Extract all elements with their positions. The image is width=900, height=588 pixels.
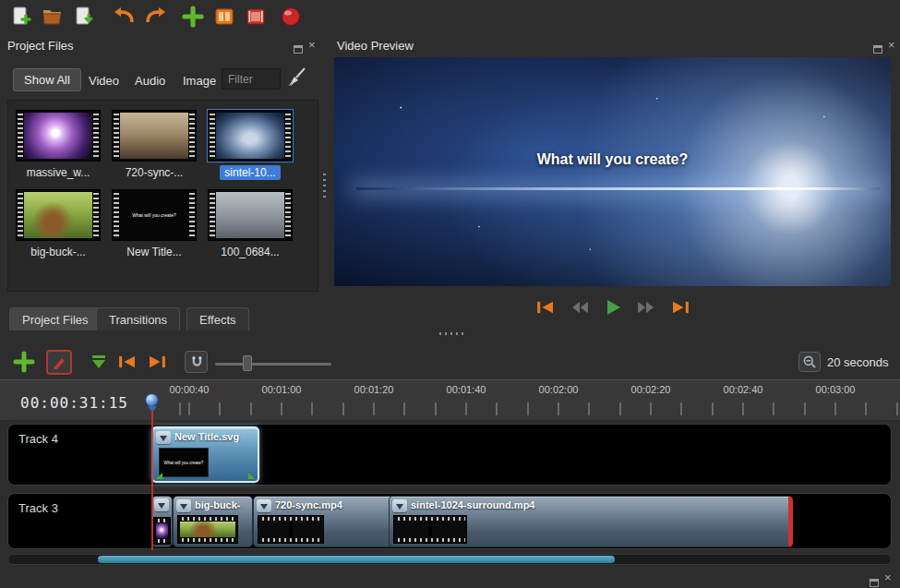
- file-thumbnail: [16, 110, 101, 162]
- ruler-mark: 00:02:00: [539, 384, 579, 395]
- video-filter-button[interactable]: Video: [83, 69, 125, 92]
- keyframe-mark: [156, 473, 162, 479]
- ruler-mark: 00:01:20: [354, 384, 394, 395]
- rewind-button[interactable]: [569, 300, 591, 315]
- timeline-float-icon[interactable]: [870, 574, 879, 588]
- tab-project-files[interactable]: Project Files: [9, 307, 102, 330]
- file-label: massive_w...: [22, 165, 95, 180]
- clear-filter-broom-icon[interactable]: [286, 66, 308, 89]
- clip-label: 720-sync.mp4: [275, 499, 391, 510]
- panel-float-icon[interactable]: [294, 41, 303, 57]
- zoom-slider-handle[interactable]: [243, 355, 252, 371]
- timeline-close-icon[interactable]: ×: [884, 573, 892, 582]
- zoom-level-label: 20 seconds: [827, 355, 889, 369]
- clip-menu-chevron-icon[interactable]: [257, 499, 271, 512]
- panel-splitter-handle[interactable]: [323, 174, 326, 199]
- file-label: 100_0684...: [216, 245, 283, 259]
- file-label: 720-sync-...: [121, 165, 188, 180]
- timeline-scrollbar-thumb[interactable]: [98, 556, 615, 563]
- save-project-icon[interactable]: [72, 5, 96, 29]
- video-preview-display: What will you create?: [334, 57, 891, 286]
- project-file-item[interactable]: 720-sync-...: [108, 110, 200, 180]
- zoom-slider-track[interactable]: [215, 363, 331, 366]
- file-thumbnail: [16, 189, 101, 241]
- record-icon[interactable]: [279, 5, 303, 29]
- add-track-icon[interactable]: [13, 351, 35, 373]
- import-files-icon[interactable]: [181, 5, 205, 29]
- add-marker-icon[interactable]: [90, 354, 108, 370]
- playhead-line[interactable]: [151, 410, 153, 550]
- jump-to-start-button[interactable]: [535, 300, 556, 315]
- title-thumb-text: What will you create?: [132, 212, 176, 218]
- track-3: Track 3 m big-buck- 720-sync.mp4 sintel-…: [7, 493, 892, 549]
- file-label: big-buck-...: [26, 245, 90, 259]
- timeline-jump-start-icon[interactable]: [117, 354, 138, 369]
- clip-menu-chevron-icon[interactable]: [176, 499, 191, 512]
- clip-thumbnail: [153, 517, 171, 545]
- clip-menu-chevron-icon[interactable]: [392, 499, 407, 512]
- track-name: Track 4: [18, 432, 58, 446]
- ruler-mark: 00:00:40: [170, 384, 210, 395]
- project-file-item[interactable]: massive_w...: [12, 110, 104, 180]
- zoom-scale-button[interactable]: [798, 352, 821, 372]
- show-all-button[interactable]: Show All: [13, 68, 81, 91]
- open-project-icon[interactable]: [41, 5, 65, 29]
- ruler-mark: 00:02:20: [631, 384, 671, 395]
- timeline-splitter-handle[interactable]: [439, 332, 465, 335]
- panel-close-icon[interactable]: ×: [888, 41, 895, 50]
- project-files-panel: Project Files × Show All Video Audio Ima…: [0, 37, 325, 332]
- timeline-ruler[interactable]: 00:00:31:15 00:00:40 00:01:00 00:01:20 0…: [0, 379, 900, 421]
- file-label: New Title...: [122, 245, 186, 259]
- export-video-icon[interactable]: [244, 5, 268, 29]
- project-file-item[interactable]: 100_0684...: [204, 189, 296, 259]
- track-name: Track 3: [18, 501, 58, 515]
- image-filter-button[interactable]: Image: [177, 69, 222, 92]
- timeline-scrollbar-track[interactable]: [7, 554, 892, 565]
- undo-icon[interactable]: [113, 5, 137, 29]
- tab-effects[interactable]: Effects: [186, 307, 249, 330]
- redo-icon[interactable]: [143, 5, 167, 29]
- ruler-mark: 00:02:40: [724, 384, 763, 395]
- project-files-grid: massive_w... 720-sync-... sintel-10... b…: [7, 100, 318, 292]
- snapping-button[interactable]: [185, 351, 208, 373]
- project-file-item-selected[interactable]: sintel-10...: [204, 110, 296, 180]
- clip-label: sintel-1024-surround.mp4: [411, 499, 785, 510]
- zoom-out-icon: [802, 354, 817, 369]
- panel-float-icon[interactable]: [873, 41, 882, 57]
- clip-thumbnail: [258, 515, 324, 544]
- video-overlay-text: What will you create?: [334, 151, 891, 168]
- file-thumbnail: [208, 110, 293, 162]
- play-button[interactable]: [604, 299, 622, 316]
- clip-sintel[interactable]: sintel-1024-surround.mp4: [389, 496, 793, 547]
- clip-thumbnail: [393, 515, 467, 544]
- video-preview-panel: Video Preview × What will you create?: [330, 37, 900, 332]
- razor-tool-button[interactable]: [46, 350, 72, 375]
- timeline-toolbar: 20 seconds: [0, 343, 900, 378]
- clip-menu-chevron-icon[interactable]: [154, 498, 169, 511]
- tab-transitions[interactable]: Transitions: [96, 307, 180, 330]
- fast-forward-button[interactable]: [635, 300, 657, 315]
- timeline-jump-end-icon[interactable]: [147, 354, 167, 369]
- playhead-handle[interactable]: [145, 393, 159, 407]
- project-files-title: Project Files: [7, 39, 74, 53]
- file-thumbnail: [112, 110, 197, 162]
- new-project-icon[interactable]: [9, 5, 33, 29]
- ruler-mark: 00:01:00: [262, 384, 302, 395]
- project-file-item[interactable]: What will you create? New Title...: [108, 189, 200, 259]
- clip-big-buck[interactable]: big-buck-: [173, 496, 253, 547]
- clip-massive[interactable]: m: [151, 496, 173, 547]
- panel-close-icon[interactable]: ×: [308, 41, 316, 50]
- jump-to-end-button[interactable]: [670, 300, 690, 315]
- clip-menu-chevron-icon[interactable]: [156, 431, 171, 444]
- audio-filter-button[interactable]: Audio: [129, 69, 171, 92]
- snapping-magnet-icon: [189, 355, 204, 368]
- filter-input[interactable]: [222, 68, 281, 90]
- file-thumbnail: [208, 189, 293, 241]
- razor-icon: [52, 355, 66, 370]
- clip-720-sync[interactable]: 720-sync.mp4: [253, 496, 396, 547]
- project-file-item[interactable]: big-buck-...: [12, 189, 104, 259]
- clip-new-title[interactable]: New Title.svg What will you create?: [151, 426, 259, 483]
- choose-profile-icon[interactable]: [212, 5, 236, 29]
- ruler-mark: 00:01:40: [447, 384, 486, 395]
- clip-label: big-buck-: [195, 499, 248, 510]
